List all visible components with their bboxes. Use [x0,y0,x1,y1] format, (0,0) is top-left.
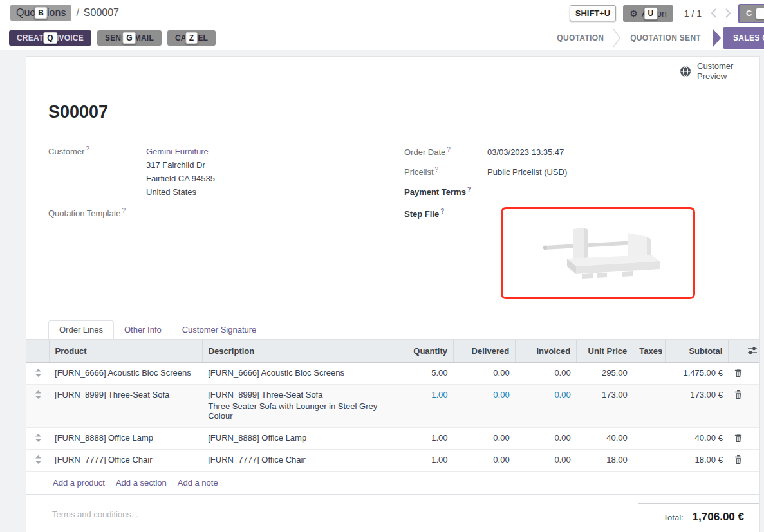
customer-preview-button[interactable]: Customer Preview [669,57,759,86]
cell-taxes[interactable] [633,449,666,471]
cell-quantity[interactable]: 1.00 [389,427,453,449]
cell-delete [729,362,741,384]
drag-handle-icon[interactable] [35,434,49,442]
cell-description[interactable]: [FURN_7777] Office Chair [202,449,389,471]
drag-handle-icon[interactable] [35,455,49,464]
cell-subtotal: 1,475.00 € [666,362,729,384]
cell-invoiced[interactable]: 0.00 [516,384,577,427]
form-view-background: Customer Preview S00007 Customer? Gemini… [0,50,764,532]
create-invoice-button[interactable]: CREATE INVOICE Q [9,30,91,46]
table-row[interactable]: [FURN_8888] Office Lamp [FURN_8888] Offi… [26,427,759,449]
col-unit-price[interactable]: Unit Price [577,340,633,362]
cell-product[interactable]: [FURN_6666] Acoustic Bloc Screens [49,362,202,384]
cell-subtotal: 40.00 € [666,427,729,449]
topbar-right-cluster: SHIFT+U ⚙ Action U 1 / 1 C [570,0,764,26]
field-customer: Customer? Gemini Furniture 317 Fairchild… [48,145,215,199]
trash-icon[interactable] [734,434,740,442]
status-quotation-sent[interactable]: QUOTATION SENT [619,26,713,50]
cell-subtotal: 173.00 € [666,384,729,427]
cell-description[interactable]: [FURN_8888] Office Lamp [202,427,389,449]
cell-invoiced[interactable]: 0.00 [516,449,577,471]
cell-invoiced[interactable]: 0.00 [516,427,577,449]
help-icon: ? [440,208,444,215]
cell-delivered[interactable]: 0.00 [454,384,516,427]
table-row[interactable]: [FURN_7777] Office Chair [FURN_7777] Off… [26,449,759,471]
tab-order-lines[interactable]: Order Lines [48,320,114,339]
send-email-button[interactable]: SEND EMAIL G [97,30,162,46]
tab-customer-signature[interactable]: Customer Signature [172,321,267,339]
help-icon: ? [435,166,439,173]
tab-other-info[interactable]: Other Info [114,321,172,339]
optional-columns-toggle[interactable] [741,340,759,362]
col-delivered[interactable]: Delivered [454,340,516,362]
cell-unit-price[interactable]: 173.00 [577,384,633,427]
cell-spacer [741,362,759,384]
add-a-section-link[interactable]: Add a section [116,478,167,488]
col-taxes[interactable]: Taxes [633,340,666,362]
table-row[interactable]: [FURN_6666] Acoustic Bloc Screens [FURN_… [26,362,759,384]
col-product[interactable]: Product [49,340,202,362]
action-menu-button[interactable]: ⚙ Action U [623,5,673,22]
terms-and-conditions-input[interactable]: Terms and conditions... [52,509,138,519]
cell-unit-price[interactable]: 18.00 [577,449,633,471]
add-a-product-link[interactable]: Add a product [53,478,105,488]
customer-link[interactable]: Gemini Furniture [146,147,209,156]
col-subtotal[interactable]: Subtotal [666,340,729,362]
col-quantity[interactable]: Quantity [389,340,453,362]
trash-icon[interactable] [734,455,740,464]
row-handle-cell [26,449,49,471]
col-invoiced[interactable]: Invoiced [516,340,577,362]
sliders-icon [747,346,754,355]
pager-previous-icon[interactable] [711,8,716,18]
step-file-image[interactable] [501,207,695,299]
step-file-3d-preview [534,221,662,286]
cell-delivered[interactable]: 0.00 [454,427,516,449]
record-title[interactable]: S00007 [48,102,759,122]
status-sales-order[interactable]: SALES ORDER [723,27,764,49]
drag-handle-icon[interactable] [35,390,49,399]
form-sheet: Customer Preview S00007 Customer? Gemini… [26,56,760,532]
cell-delivered[interactable]: 0.00 [454,362,516,384]
cell-quantity[interactable]: 5.00 [389,362,453,384]
cell-unit-price[interactable]: 40.00 [577,427,633,449]
trash-icon[interactable] [734,390,740,399]
cell-taxes[interactable] [633,384,666,427]
kbd-hint-badge-shift-u: SHIFT+U [570,5,617,21]
cell-taxes[interactable] [633,427,666,449]
edge-clipped-button[interactable]: C [738,4,764,23]
drag-handle-icon[interactable] [35,369,49,377]
cell-invoiced[interactable]: 0.00 [516,362,577,384]
customer-preview-label: Customer Preview [697,61,743,82]
cell-spacer [741,427,759,449]
globe-icon [680,66,691,77]
trash-icon[interactable] [734,369,740,377]
cell-quantity[interactable]: 1.00 [389,384,453,427]
order-date-value[interactable]: 03/03/2023 13:35:47 [487,145,564,159]
status-quotation[interactable]: QUOTATION [545,26,615,50]
breadcrumb-quotations[interactable]: Quotations B [10,5,71,21]
pricelist-value[interactable]: Public Pricelist (USD) [487,165,567,179]
cell-quantity[interactable]: 1.00 [389,449,453,471]
cell-product[interactable]: [FURN_8888] Office Lamp [49,427,202,449]
cell-description[interactable]: [FURN_6666] Acoustic Bloc Screens [202,362,389,384]
customer-label: Customer? [48,145,146,199]
kbd-hint-badge [756,8,764,19]
cell-unit-price[interactable]: 295.00 [577,362,633,384]
cell-description[interactable]: [FURN_8999] Three-Seat SofaThree Seater … [202,384,389,427]
total-label: Total: [664,513,684,522]
cell-product[interactable]: [FURN_8999] Three-Seat Sofa [49,384,202,427]
table-row[interactable]: [FURN_8999] Three-Seat Sofa [FURN_8999] … [26,384,759,427]
customer-value: Gemini Furniture 317 Fairchild Dr Fairfi… [146,145,215,199]
row-handle-cell [26,362,49,384]
cell-product[interactable]: [FURN_7777] Office Chair [49,449,202,471]
row-handle-cell [26,427,49,449]
cell-delivered[interactable]: 0.00 [454,449,516,471]
cell-delete [729,449,741,471]
cancel-button[interactable]: CANCEL Z [167,30,216,46]
add-a-note-link[interactable]: Add a note [178,478,218,488]
kbd-hint-badge: U [644,7,658,19]
pager-next-icon[interactable] [725,8,731,18]
col-description[interactable]: Description [202,340,389,362]
cell-taxes[interactable] [633,362,666,384]
breadcrumb-separator: / [76,7,79,19]
